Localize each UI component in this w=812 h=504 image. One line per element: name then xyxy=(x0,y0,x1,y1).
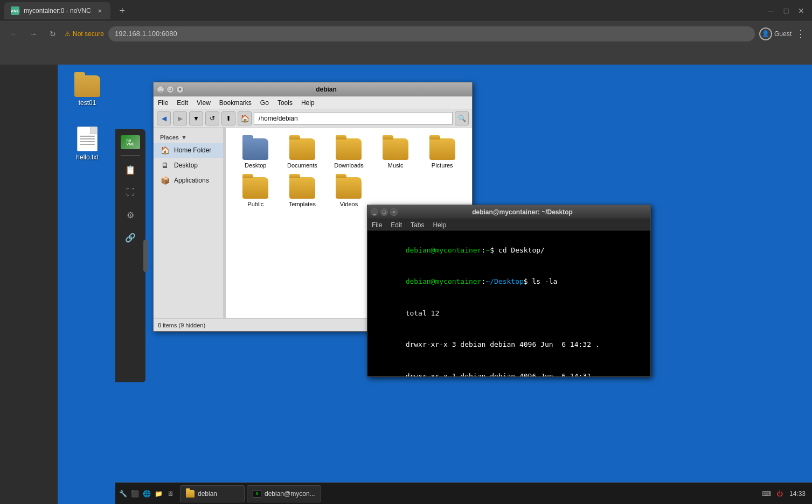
tab-title: mycontainer:0 - noVNC xyxy=(24,7,91,15)
videos-folder-icon xyxy=(336,177,362,199)
fm-close-button[interactable]: × xyxy=(176,86,184,93)
fm-forward-button[interactable]: ▶ xyxy=(173,111,187,125)
desktop-folder-icon xyxy=(242,138,268,160)
term-line: debian@mycontainer:~/Desktop$ ls -la xyxy=(372,266,646,298)
taskbar-files-icon[interactable]: 📁 xyxy=(153,488,164,499)
term-menu-help[interactable]: Help xyxy=(433,221,446,229)
term-body[interactable]: debian@mycontainer:~$ cd Desktop/ debian… xyxy=(367,231,650,376)
network-button[interactable]: 🔗 xyxy=(121,228,140,247)
fm-folder-public[interactable]: Public xyxy=(234,175,277,209)
fm-places-header: Places ▼ xyxy=(154,132,223,143)
downloads-folder-icon xyxy=(336,138,362,160)
term-text: $ cd Desktop/ xyxy=(490,246,545,254)
term-menu-file[interactable]: File xyxy=(372,221,382,229)
term-path: ~ xyxy=(485,246,490,254)
txt-icon-lines xyxy=(80,136,95,145)
taskbar-terminal-icon[interactable]: ⬛ xyxy=(129,488,140,499)
fm-minimize-button[interactable]: _ xyxy=(157,86,164,93)
taskbar-browser-icon[interactable]: 🌐 xyxy=(141,488,152,499)
fm-folder-videos[interactable]: Videos xyxy=(328,175,370,209)
profile-button[interactable]: 👤 Guest xyxy=(759,27,792,40)
tray-keyboard-icon[interactable]: ⌨ xyxy=(761,488,772,499)
fm-folder-label: Documents xyxy=(287,162,317,169)
taskbar-network-icon[interactable]: 🖥 xyxy=(165,488,176,499)
not-secure-label: Not secure xyxy=(73,30,104,38)
fm-maximize-button[interactable]: □ xyxy=(166,86,174,93)
profile-icon: 👤 xyxy=(759,27,772,40)
public-folder-icon xyxy=(242,177,268,199)
browser-menu-button[interactable]: ⋮ xyxy=(796,28,806,40)
term-menu-tabs[interactable]: Tabs xyxy=(411,221,424,229)
fm-folder-templates[interactable]: Templates xyxy=(281,175,324,209)
fm-menu-file[interactable]: File xyxy=(158,99,168,107)
fm-menu-bookmarks[interactable]: Bookmarks xyxy=(219,99,252,107)
fm-places-applications[interactable]: 📦 Applications xyxy=(154,173,223,188)
term-close-button[interactable]: × xyxy=(390,208,398,216)
fm-menu-tools[interactable]: Tools xyxy=(277,99,293,107)
taskbar-time: 14:33 xyxy=(789,490,806,498)
txt-line xyxy=(80,141,95,142)
term-minimize-button[interactable]: _ xyxy=(371,208,378,216)
clipboard-button[interactable]: 📋 xyxy=(121,160,140,179)
fm-toolbar: ◀ ▶ ▼ ↺ ⬆ 🏠 /home/debian 🔍 xyxy=(154,109,472,128)
back-button[interactable]: ← xyxy=(6,26,22,41)
fm-back-button[interactable]: ◀ xyxy=(157,111,171,125)
settings-button[interactable]: ⚙ xyxy=(121,205,140,225)
fm-places-desktop-label: Desktop xyxy=(174,162,198,169)
desktop-icon-test01[interactable]: test01 xyxy=(66,75,109,107)
fm-folder-desktop[interactable]: Desktop xyxy=(234,136,277,171)
fm-folder-documents[interactable]: Documents xyxy=(281,136,324,171)
taskbar-task-debian[interactable]: debian xyxy=(180,485,245,502)
taskbar-app-menu-icon[interactable]: 🔧 xyxy=(117,488,128,499)
maximize-button[interactable]: □ xyxy=(780,4,793,17)
close-button[interactable]: ✕ xyxy=(795,4,808,17)
term-line: drwxr-xr-x 3 debian debian 4096 Jun 6 14… xyxy=(372,329,646,361)
fm-dropdown-button[interactable]: ▼ xyxy=(189,111,203,125)
term-menu-edit[interactable]: Edit xyxy=(391,221,402,229)
tray-power-icon[interactable]: ⏻ xyxy=(774,488,785,499)
fm-folder-label: Music xyxy=(388,162,404,169)
term-line: debian@mycontainer:~$ cd Desktop/ xyxy=(372,234,646,266)
window-controls: ─ □ ✕ xyxy=(765,4,808,17)
desktop-icon: 🖥 xyxy=(160,160,170,170)
browser-tab[interactable]: VNC mycontainer:0 - noVNC ✕ xyxy=(4,2,110,19)
fm-home-button[interactable]: 🏠 xyxy=(238,111,252,125)
desktop-icon-hello-txt[interactable]: hello.txt xyxy=(66,127,109,161)
sidebar-resize-handle[interactable] xyxy=(143,240,148,272)
profile-label: Guest xyxy=(774,30,792,38)
tab-favicon: VNC xyxy=(11,6,19,15)
fm-places-home-label: Home Folder xyxy=(174,146,211,154)
tab-close-button[interactable]: ✕ xyxy=(95,6,104,15)
fm-menu-edit[interactable]: Edit xyxy=(177,99,188,107)
warning-icon: ⚠ xyxy=(65,30,71,38)
fm-places-home[interactable]: 🏠 Home Folder xyxy=(154,143,223,158)
fm-folder-pictures[interactable]: Pictures xyxy=(421,136,463,171)
forward-button[interactable]: → xyxy=(26,26,41,41)
fm-reload-button[interactable]: ↺ xyxy=(205,111,219,125)
fm-search-button[interactable]: 🔍 xyxy=(455,111,469,125)
fm-menu-help[interactable]: Help xyxy=(301,99,315,107)
minimize-button[interactable]: ─ xyxy=(765,4,778,17)
home-icon: 🏠 xyxy=(160,145,170,155)
taskbar-task-terminal[interactable]: $ debian@mycon... xyxy=(247,485,321,502)
fullscreen-button[interactable]: ⛶ xyxy=(121,183,140,202)
fm-up-button[interactable]: ⬆ xyxy=(221,111,235,125)
fm-menu-view[interactable]: View xyxy=(197,99,211,107)
fm-folder-music[interactable]: Music xyxy=(374,136,417,171)
new-tab-button[interactable]: + xyxy=(115,3,130,18)
url-bar[interactable]: 192.168.1.100:6080 xyxy=(108,26,755,41)
reload-button[interactable]: ↻ xyxy=(45,26,60,41)
term-text: drwxr-xr-x 3 debian debian 4096 Jun 6 14… xyxy=(406,340,600,348)
fm-menubar: File Edit View Bookmarks Go Tools Help xyxy=(154,96,472,109)
fm-folder-downloads[interactable]: Downloads xyxy=(328,136,370,171)
templates-folder-icon xyxy=(289,177,315,199)
fm-address-bar[interactable]: /home/debian xyxy=(254,112,453,125)
term-menubar: File Edit Tabs Help xyxy=(367,219,650,231)
fm-menu-go[interactable]: Go xyxy=(260,99,269,107)
taskbar-task-terminal-label: debian@mycon... xyxy=(265,490,315,498)
term-maximize-button[interactable]: □ xyxy=(380,208,388,216)
fm-places-desktop[interactable]: 🖥 Desktop xyxy=(154,158,223,173)
fm-folder-label: Downloads xyxy=(334,162,363,169)
fm-places-dropdown[interactable]: ▼ xyxy=(181,134,187,141)
term-prompt: debian@mycontainer xyxy=(406,277,482,285)
